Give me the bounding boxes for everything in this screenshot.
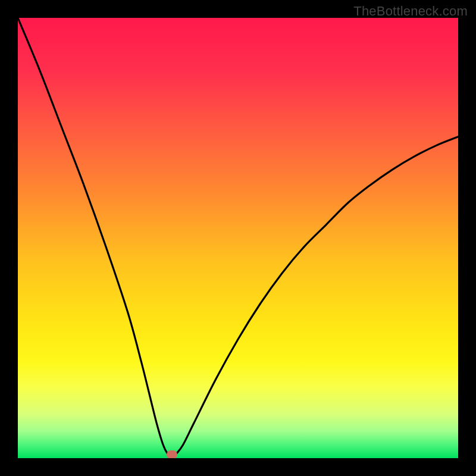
plot-area [18,18,458,458]
curve-layer [18,18,458,458]
bottleneck-curve [18,18,458,458]
chart-frame: TheBottleneck.com [0,0,476,476]
watermark-label: TheBottleneck.com [353,4,468,19]
minimum-marker [167,450,177,458]
